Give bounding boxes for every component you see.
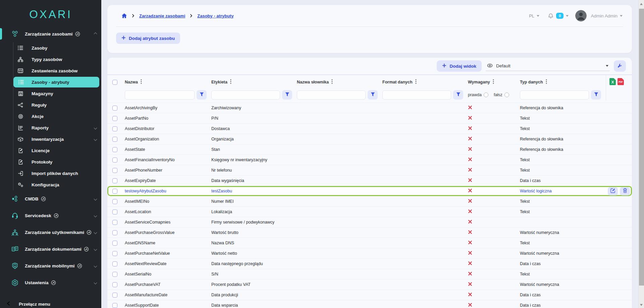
row-checkbox[interactable] <box>112 303 117 308</box>
table-row-assetdistributor[interactable]: AssetDistributorDostawcaTekst <box>107 123 632 134</box>
breadcrumb-link-section[interactable]: Zarządzanie zasobami <box>139 13 185 18</box>
table-row-testowyatrybutzasobu[interactable]: testowyAtrybutZasobutestZasobuWartość lo… <box>107 186 632 196</box>
home-icon[interactable] <box>121 13 127 18</box>
row-checkbox[interactable] <box>112 126 117 131</box>
table-row-assetpurchasenetvalue[interactable]: AssetPurchaseNetValueWartość nettoWartoś… <box>107 248 632 258</box>
sidebar-item-cmdb[interactable]: CMDB <box>0 190 101 207</box>
radio-false[interactable] <box>504 93 509 97</box>
scrollbar-thumb[interactable] <box>639 9 644 286</box>
row-checkbox[interactable] <box>112 272 117 277</box>
export-pdf-icon[interactable]: PDF <box>618 78 624 86</box>
sidebar-item-zarzadzanie-uzytkownikami[interactable]: Zarządzanie użytkownikami <box>0 224 101 241</box>
sidebar-item-licencje[interactable]: Licencje <box>0 145 101 156</box>
filter-funnel-button[interactable] <box>453 90 463 100</box>
row-checkbox[interactable] <box>112 241 117 246</box>
add-attribute-button[interactable]: Dodaj atrybut zasobu <box>116 33 180 44</box>
filter-funnel-button[interactable] <box>591 90 601 100</box>
scrollbar-down-arrow[interactable] <box>640 304 643 306</box>
select-all-checkbox[interactable] <box>112 80 117 85</box>
filter-funnel-button[interactable] <box>282 90 292 100</box>
column-header-nazwa[interactable]: Nazwa <box>125 79 211 85</box>
sidebar-item-servicedesk[interactable]: Servicedesk <box>0 207 101 224</box>
radio-true[interactable] <box>484 93 488 97</box>
column-header-etykieta[interactable]: Etykieta <box>211 79 297 85</box>
sidebar-item-typy-zasobow[interactable]: Typy zasobów <box>0 54 101 65</box>
filter-input-etykieta[interactable] <box>211 90 280 100</box>
column-header-format-danych[interactable]: Format danych <box>382 79 468 85</box>
row-checkbox[interactable] <box>112 199 117 204</box>
scrollbar-up-arrow[interactable] <box>640 3 643 5</box>
table-row-assetlocation[interactable]: AssetLocationLokalizacjaTekst <box>107 206 632 217</box>
row-checkbox[interactable] <box>112 137 117 142</box>
filter-input-nazwa-slownika[interactable] <box>297 90 366 100</box>
sidebar-item-ustawienia[interactable]: Ustawienia <box>0 274 101 291</box>
table-row-assetfinancialinventoryno[interactable]: AssetFinancialInventoryNoKsięgowy nr inw… <box>107 155 632 165</box>
table-row-assetpartno[interactable]: AssetPartNoP/NTekst <box>107 113 632 123</box>
sidebar-item-raporty[interactable]: Raporty <box>0 122 101 133</box>
column-menu-icon[interactable] <box>331 79 333 85</box>
row-checkbox[interactable] <box>112 261 117 266</box>
sidebar-item-reguly[interactable]: Reguły <box>0 99 101 111</box>
table-row-assetphonenumber[interactable]: AssetPhoneNumberNr telefonuTekst <box>107 165 632 175</box>
sidebar-item-zestawienia-zasobow[interactable]: Zestawienia zasobów <box>0 65 101 76</box>
table-row-assetsupportdate[interactable]: AssetSupportDateData wsparciaData i czas <box>107 300 632 308</box>
add-view-button[interactable]: Dodaj widok <box>437 60 482 72</box>
sidebar-item-zasoby[interactable]: Zasoby <box>0 42 101 54</box>
delete-row-button[interactable] <box>620 187 630 195</box>
column-header-nazwa-slownika[interactable]: Nazwa słownika <box>297 79 382 85</box>
export-excel-icon[interactable]: X <box>609 78 616 86</box>
sidebar-item-zarzadzanie-dokumentami[interactable]: Zarządzanie dokumentami <box>0 241 101 257</box>
table-row-assetmanufacturedate[interactable]: AssetManufactureDateData produkcjiData i… <box>107 290 632 300</box>
column-menu-icon[interactable] <box>546 79 547 85</box>
table-row-assetstate[interactable]: AssetStateStanReferencja do słownika <box>107 144 632 155</box>
row-checkbox[interactable] <box>112 106 117 111</box>
avatar[interactable] <box>575 10 587 21</box>
sidebar-item-inwentaryzacja[interactable]: Inwentaryzacja <box>0 133 101 145</box>
edit-row-button[interactable] <box>608 187 618 195</box>
column-header-wymagany[interactable]: Wymagany <box>468 79 520 85</box>
sidebar-item-zasoby-atrybuty[interactable]: Zasoby - atrybuty <box>13 77 99 87</box>
sidebar-item-magazyny[interactable]: Magazyny <box>0 88 101 99</box>
row-checkbox[interactable] <box>112 116 117 121</box>
filter-input-nazwa[interactable] <box>125 90 195 100</box>
row-checkbox[interactable] <box>112 189 117 194</box>
sidebar-item-zarzadzanie-zasobami[interactable]: Zarządzanie zasobami <box>0 25 101 42</box>
sidebar-item-konfiguracja[interactable]: Konfiguracja <box>0 179 101 190</box>
table-row-assetdnsname[interactable]: AssetDNSNameNazwa DNSTekst <box>107 238 632 248</box>
view-select[interactable]: Default <box>486 61 610 71</box>
table-row-assetpurchasegrossvalue[interactable]: AssetPurchaseGrossValueWartość bruttoWar… <box>107 227 632 238</box>
table-row-assetpurchasevat[interactable]: AssetPurchaseVATProcent podatku VATWarto… <box>107 279 632 290</box>
table-row-assetexpirydate[interactable]: AssetExpiryDateData wygaśnięciaData i cz… <box>107 175 632 186</box>
sidebar-item-akcje[interactable]: Akcje <box>0 111 101 122</box>
row-checkbox[interactable] <box>112 158 117 163</box>
column-header-typ-danych[interactable]: Typ danych <box>520 79 606 85</box>
table-row-assetorganization[interactable]: AssetOrganizationOrganizacjaReferencja d… <box>107 134 632 144</box>
sidebar-item-zarzadzanie-mobilnymi[interactable]: Zarządzanie mobilnymi <box>0 257 101 274</box>
row-checkbox[interactable] <box>112 220 117 225</box>
table-row-assetserialno[interactable]: AssetSerialNoS/NTekst <box>107 269 632 279</box>
table-row-assetservicecomapnies[interactable]: AssetServiceComapniesFirmy serwisowe / p… <box>107 217 632 227</box>
row-checkbox[interactable] <box>112 209 117 214</box>
column-menu-icon[interactable] <box>493 79 494 85</box>
menu-toggle-button[interactable]: Przełącz menu <box>0 297 101 308</box>
row-checkbox[interactable] <box>112 147 117 152</box>
column-menu-icon[interactable] <box>230 79 231 85</box>
breadcrumb-link-page[interactable]: Zasoby - atrybuty <box>197 13 233 18</box>
filter-input-format-danych[interactable] <box>382 90 451 100</box>
row-checkbox[interactable] <box>112 293 117 298</box>
language-selector[interactable]: PL <box>529 13 539 18</box>
row-checkbox[interactable] <box>112 168 117 173</box>
sidebar-item-protokoly[interactable]: Protokoły <box>0 156 101 168</box>
filter-input-typ-danych[interactable] <box>520 90 589 100</box>
column-menu-icon[interactable] <box>141 79 142 85</box>
table-row-assetimeino[interactable]: AssetIMEINoNumer IMEITekst <box>107 196 632 206</box>
table-row-assetnextreviewdate[interactable]: AssetNextReviewDateData następnego przeg… <box>107 258 632 269</box>
user-menu[interactable]: Admin Admin <box>591 13 618 18</box>
table-row-assetarchivingby[interactable]: AssetArchivingByZarchiwizowanyReferencja… <box>107 103 632 113</box>
column-menu-icon[interactable] <box>415 79 417 85</box>
row-checkbox[interactable] <box>112 178 117 183</box>
row-checkbox[interactable] <box>112 282 117 287</box>
filter-funnel-button[interactable] <box>368 90 378 100</box>
notifications-bell-icon[interactable] <box>548 13 553 19</box>
table-settings-button[interactable] <box>614 60 626 72</box>
